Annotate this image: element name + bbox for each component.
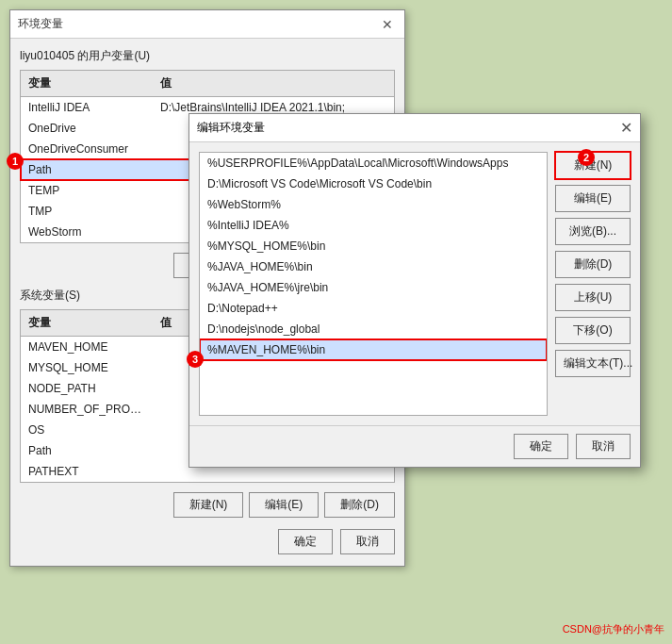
sys-var-name: NUMBER_OF_PROCESSORS	[21, 401, 153, 418]
sys-edit-btn[interactable]: 编辑(E)	[249, 492, 319, 518]
path-list-item[interactable]: %JAVA_HOME%\bin	[200, 256, 547, 277]
watermark: CSDN@抗争的小青年	[563, 622, 664, 636]
user-var-name: IntelliJ IDEA	[21, 99, 153, 116]
edit-dialog-close[interactable]: ✕	[620, 121, 632, 136]
main-dialog-title: 环境变量	[18, 16, 63, 32]
edit-ok-btn[interactable]: 确定	[514, 434, 568, 459]
annotation-1: 1	[7, 153, 24, 170]
user-var-name: OneDrive	[21, 120, 153, 137]
user-vars-title: liyu010405 的用户变量(U)	[20, 48, 395, 64]
user-vars-header-val: 值	[153, 73, 394, 94]
user-var-name: OneDriveConsumer	[21, 140, 153, 157]
user-vars-header-var: 变量	[21, 73, 153, 94]
main-dialog-titlebar: 环境变量 ✕	[10, 10, 404, 39]
main-dialog-close[interactable]: ✕	[378, 17, 397, 32]
user-var-name: WebStorm	[21, 223, 153, 240]
edit-dialog-title: 编辑环境变量	[197, 120, 265, 136]
annotation-3: 3	[187, 351, 204, 368]
main-bottom-buttons: 确定 取消	[20, 523, 395, 556]
path-list-item[interactable]: %MAVEN_HOME%\bin	[200, 339, 547, 360]
path-delete-btn[interactable]: 删除(D)	[555, 251, 631, 278]
user-var-name: TMP	[21, 203, 153, 220]
user-var-name: Path	[21, 161, 153, 178]
path-list-item[interactable]: %IntelliJ IDEA%	[200, 215, 547, 236]
path-list-item[interactable]: %USERPROFILE%\AppData\Local\Microsoft\Wi…	[200, 153, 547, 173]
path-edit-btn[interactable]: 编辑(E)	[555, 185, 631, 212]
sys-var-name: NODE_PATH	[21, 380, 153, 397]
sys-var-name: Path	[21, 442, 153, 459]
user-vars-header: 变量 值	[21, 71, 394, 97]
edit-bottom-buttons: 确定 取消	[189, 425, 640, 467]
edit-cancel-btn[interactable]: 取消	[576, 434, 631, 459]
path-edittext-btn[interactable]: 编辑文本(T)...	[555, 350, 631, 377]
edit-dialog: 编辑环境变量 ✕ %USERPROFILE%\AppData\Local\Mic…	[188, 113, 641, 468]
path-browse-btn[interactable]: 浏览(B)...	[555, 218, 631, 245]
sys-delete-btn[interactable]: 删除(D)	[324, 492, 395, 518]
annotation-2: 2	[578, 149, 595, 166]
path-list-item[interactable]: D:\Microsoft VS Code\Microsoft VS Code\b…	[200, 173, 547, 194]
path-down-btn[interactable]: 下移(O)	[555, 317, 631, 344]
path-list-item[interactable]: %JAVA_HOME%\jre\bin	[200, 277, 547, 298]
path-list-item[interactable]: D:\nodejs\node_global	[200, 319, 547, 339]
path-list-item[interactable]: %WebStorm%	[200, 194, 547, 215]
path-items-container: %USERPROFILE%\AppData\Local\Microsoft\Wi…	[200, 153, 547, 360]
edit-dialog-titlebar: 编辑环境变量 ✕	[189, 114, 640, 142]
main-ok-btn[interactable]: 确定	[278, 529, 333, 554]
path-list: %USERPROFILE%\AppData\Local\Microsoft\Wi…	[199, 152, 548, 416]
sys-var-name: PATHEXT	[21, 463, 153, 480]
path-list-item[interactable]: D:\Notepad++	[200, 298, 547, 319]
edit-action-buttons: 新建(N) 编辑(E) 浏览(B)... 删除(D) 上移(U) 下移(O) 编…	[555, 152, 631, 416]
sys-var-name: OS	[21, 421, 153, 438]
path-up-btn[interactable]: 上移(U)	[555, 284, 631, 311]
edit-dialog-body: %USERPROFILE%\AppData\Local\Microsoft\Wi…	[189, 142, 640, 425]
path-list-item[interactable]: %MYSQL_HOME%\bin	[200, 236, 547, 256]
main-cancel-btn[interactable]: 取消	[340, 529, 395, 554]
sys-var-name: MYSQL_HOME	[21, 359, 153, 376]
sys-var-name: MAVEN_HOME	[21, 339, 153, 355]
user-var-name: TEMP	[21, 182, 153, 199]
sys-vars-header-var: 变量	[21, 312, 153, 334]
sys-new-btn[interactable]: 新建(N)	[173, 492, 244, 518]
